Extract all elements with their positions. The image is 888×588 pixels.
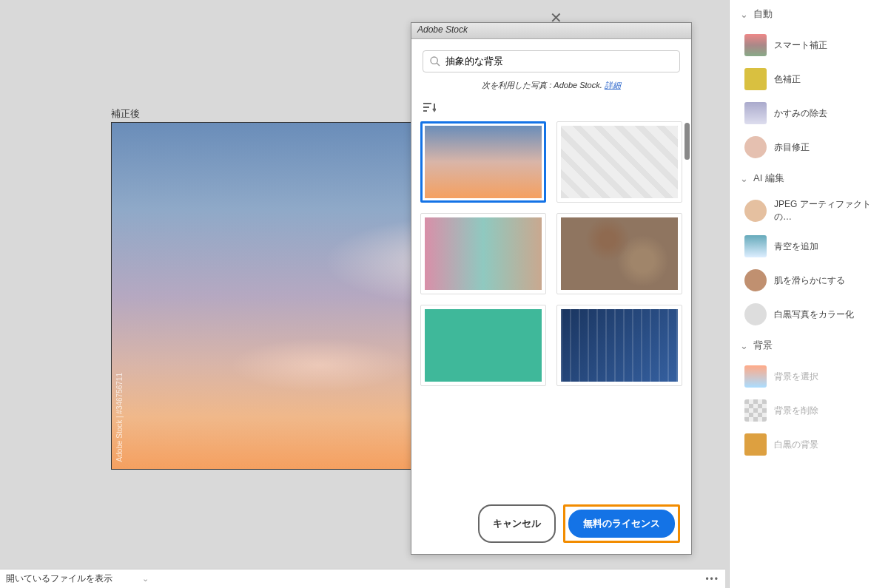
sidebar-item-label: かすみの除去 — [774, 107, 827, 120]
sidebar-item-redeye[interactable]: 赤目修正 — [730, 130, 888, 164]
sidebar-item-label: 赤目修正 — [774, 141, 810, 154]
right-sidebar: ⌄ 自動 スマート補正 色補正 かすみの除去 赤目修正 ⌄ AI 編集 JPEG… — [729, 0, 888, 588]
section-ai[interactable]: ⌄ AI 編集 — [730, 164, 888, 192]
sidebar-item-colorize[interactable]: 白黒写真をカラー化 — [730, 297, 888, 331]
sidebar-item-bgbw[interactable]: 白黒の背景 — [730, 428, 888, 462]
more-icon[interactable]: ••• — [705, 574, 719, 584]
free-license-button[interactable]: 無料のライセンス — [568, 510, 675, 538]
thumb-icon — [744, 136, 767, 158]
thumb-icon — [744, 200, 767, 222]
sidebar-item-sky[interactable]: 青空を追加 — [730, 229, 888, 263]
search-box[interactable] — [423, 50, 680, 72]
svg-point-0 — [431, 57, 437, 64]
results-scroll[interactable] — [411, 121, 691, 493]
sidebar-item-label: 色補正 — [774, 73, 801, 86]
chevron-down-icon: ⌄ — [739, 173, 749, 183]
section-auto[interactable]: ⌄ 自動 — [730, 0, 888, 28]
watermark-text: Adobe Stock | #346756711 — [115, 373, 124, 462]
sidebar-item-smart[interactable]: スマート補正 — [730, 28, 888, 62]
photos-by-source: Adobe Stock. — [554, 81, 602, 89]
thumb-icon — [744, 68, 767, 90]
stock-thumb-2[interactable] — [556, 121, 682, 203]
details-link[interactable]: 詳細 — [605, 81, 621, 89]
cloud-texture — [112, 123, 459, 469]
stock-thumb-4[interactable] — [556, 213, 682, 294]
sidebar-item-label: JPEG アーティファクトの… — [774, 198, 879, 223]
sidebar-item-label: 白黒の背景 — [774, 439, 818, 451]
chevron-down-icon: ⌄ — [739, 9, 749, 19]
thumb-icon — [744, 34, 767, 56]
results-grid — [420, 121, 682, 386]
dialog-title: Adobe Stock — [411, 23, 691, 39]
sidebar-item-bgselect[interactable]: 背景を選択 — [730, 359, 888, 393]
sidebar-item-label: 背景を選択 — [774, 371, 818, 383]
thumb-icon — [744, 269, 767, 291]
sidebar-item-skin[interactable]: 肌を滑らかにする — [730, 263, 888, 297]
search-icon — [429, 55, 441, 67]
photos-by-prefix: 次を利用した写真 : — [482, 81, 551, 89]
section-ai-label: AI 編集 — [753, 172, 784, 185]
sort-row — [411, 102, 691, 121]
scrollbar-thumb[interactable] — [684, 123, 690, 160]
sidebar-item-color[interactable]: 色補正 — [730, 62, 888, 96]
thumb-icon — [744, 365, 767, 388]
sidebar-item-bgremove[interactable]: 背景を削除 — [730, 393, 888, 428]
sort-icon[interactable] — [423, 102, 436, 115]
sidebar-item-haze[interactable]: かすみの除去 — [730, 96, 888, 130]
section-bg-label: 背景 — [753, 339, 773, 352]
chevron-down-icon: ⌄ — [739, 340, 749, 351]
stock-thumb-5[interactable] — [420, 305, 546, 386]
highlight-box: 無料のライセンス — [563, 504, 680, 543]
canvas-preview-image[interactable]: Adobe Stock | #346756711 — [111, 122, 459, 470]
search-subtitle: 次を利用した写真 : Adobe Stock. 詳細 — [423, 72, 680, 95]
stock-thumb-6[interactable] — [556, 305, 682, 386]
bottom-bar-left: 開いているファイルを表示 ⌄ — [6, 572, 149, 585]
thumb-icon — [744, 303, 767, 325]
sidebar-item-label: スマート補正 — [774, 39, 827, 52]
stock-thumb-3[interactable] — [420, 213, 546, 294]
sidebar-item-jpeg[interactable]: JPEG アーティファクトの… — [730, 192, 888, 229]
show-open-file[interactable]: 開いているファイルを表示 — [6, 572, 112, 585]
thumb-icon — [744, 433, 767, 456]
section-bg[interactable]: ⌄ 背景 — [730, 331, 888, 359]
bottom-bar: 開いているファイルを表示 ⌄ ••• — [0, 569, 725, 588]
stock-thumb-1[interactable] — [420, 121, 546, 203]
adobe-stock-dialog: Adobe Stock 次を利用した写真 : Adobe Stock. 詳細 キ… — [411, 22, 692, 555]
section-auto-label: 自動 — [753, 7, 773, 21]
sidebar-item-label: 青空を追加 — [774, 240, 818, 253]
chevron-down-icon[interactable]: ⌄ — [142, 574, 149, 584]
thumb-icon — [744, 235, 767, 257]
thumb-icon — [744, 102, 767, 124]
sidebar-item-label: 白黒写真をカラー化 — [774, 308, 854, 321]
search-area: 次を利用した写真 : Adobe Stock. 詳細 — [411, 39, 691, 102]
cancel-button[interactable]: キャンセル — [478, 504, 556, 543]
dialog-buttons: キャンセル 無料のライセンス — [411, 493, 691, 554]
sidebar-item-label: 背景を削除 — [774, 405, 818, 417]
svg-line-1 — [437, 63, 440, 66]
sidebar-item-label: 肌を滑らかにする — [774, 274, 845, 287]
thumb-icon — [744, 399, 767, 422]
search-input[interactable] — [445, 56, 673, 67]
canvas-label: 補正後 — [111, 107, 140, 121]
